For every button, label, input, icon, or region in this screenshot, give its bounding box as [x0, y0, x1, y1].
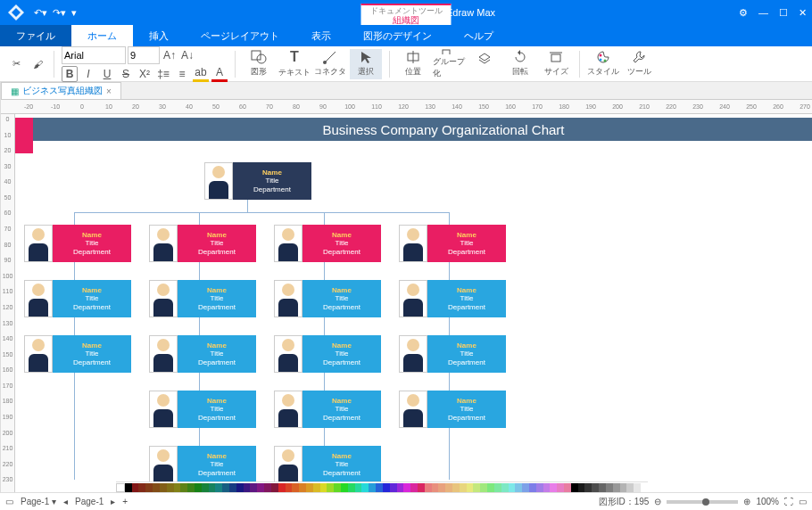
group-button[interactable]: グループ化: [433, 49, 465, 79]
chart-title-text: Business Company Organizational Chart: [323, 122, 565, 137]
zoom-slider[interactable]: [667, 500, 738, 504]
status-bar: ▭ Page-1 ▾ ◂ Page-1 ▸ + 図形ID：195 ⊖ ⊕ 100…: [0, 492, 812, 510]
layers-button[interactable]: [468, 49, 501, 79]
org-node[interactable]: NameTitleDepartment: [274, 335, 381, 373]
org-dept: Department: [323, 414, 360, 423]
drawing-canvas[interactable]: Business Company Organizational Chart Na…: [15, 114, 812, 492]
org-dept: Department: [198, 414, 236, 423]
org-node[interactable]: NameTitleDepartment: [149, 391, 256, 428]
org-title: Title: [211, 460, 224, 469]
contextual-tab-title: ドキュメントツール: [370, 7, 443, 16]
org-name: Name: [82, 286, 102, 295]
prev-page-icon[interactable]: ◂: [63, 497, 68, 506]
document-tab-bar: ▦ビジネス写真組織図×: [1, 82, 812, 100]
close-icon[interactable]: ✕: [799, 7, 807, 19]
org-node[interactable]: NameTitleDepartment: [274, 225, 381, 262]
org-node[interactable]: NameTitleDepartment: [24, 335, 131, 373]
underline-button[interactable]: U: [99, 66, 115, 82]
menu-bar: ファイル ホーム 挿入 ページレイアウト 表示 図形のデザイン ヘルプ: [0, 25, 812, 46]
org-photo: [399, 225, 427, 262]
decrease-font-icon[interactable]: A↓: [179, 47, 195, 63]
tab-help[interactable]: ヘルプ: [448, 25, 510, 46]
page-nav-icon[interactable]: ▭: [5, 497, 13, 506]
org-name: Name: [207, 397, 227, 406]
org-node[interactable]: NameTitleDepartment: [399, 335, 506, 373]
org-node[interactable]: NameTitleDepartment: [149, 225, 256, 262]
superscript-button[interactable]: X²: [137, 66, 153, 82]
zoom-level[interactable]: 100%: [756, 497, 779, 506]
select-button[interactable]: 選択: [350, 49, 382, 79]
tab-insert[interactable]: 挿入: [133, 25, 185, 46]
fullscreen-icon[interactable]: ▭: [799, 497, 807, 506]
tab-shape-design[interactable]: 図形のデザイン: [347, 25, 448, 46]
contextual-tab[interactable]: ドキュメントツール 組織図: [361, 4, 452, 25]
tab-display[interactable]: 表示: [295, 25, 347, 46]
rotate-button[interactable]: 回転: [504, 49, 536, 79]
org-dept: Department: [73, 358, 111, 367]
org-name: Name: [457, 286, 476, 295]
org-node[interactable]: NameTitleDepartment: [149, 446, 256, 483]
org-photo: [149, 280, 178, 317]
style-button[interactable]: スタイル: [587, 49, 619, 79]
color-strip[interactable]: [116, 481, 648, 492]
org-node[interactable]: NameTitleDepartment: [204, 162, 311, 200]
qat-dropdown-icon[interactable]: ▾: [71, 7, 77, 19]
org-node[interactable]: NameTitleDepartment: [274, 280, 381, 317]
font-size-select[interactable]: [128, 46, 160, 64]
org-title: Title: [211, 294, 224, 303]
org-node[interactable]: NameTitleDepartment: [24, 225, 131, 262]
bullets-icon[interactable]: ≡: [174, 66, 190, 82]
font-color-icon[interactable]: A: [211, 66, 228, 82]
org-photo: [274, 446, 302, 483]
org-node[interactable]: NameTitleDepartment: [24, 280, 131, 317]
org-title: Title: [211, 350, 224, 358]
tool-button[interactable]: ツール: [623, 49, 655, 79]
page-tab[interactable]: Page-1: [75, 497, 104, 506]
org-dept: Department: [253, 185, 291, 194]
highlight-icon[interactable]: ab: [193, 66, 209, 82]
tab-home[interactable]: ホーム: [71, 25, 133, 46]
redo-icon[interactable]: ↷▾: [53, 7, 66, 19]
position-button[interactable]: 位置: [397, 49, 429, 79]
document-tab[interactable]: ▦ビジネス写真組織図×: [1, 82, 121, 99]
page-select[interactable]: Page-1 ▾: [21, 497, 56, 506]
italic-button[interactable]: I: [80, 66, 96, 82]
zoom-in-icon[interactable]: ⊕: [743, 497, 750, 506]
minimize-icon[interactable]: —: [758, 7, 768, 18]
org-node[interactable]: NameTitleDepartment: [399, 225, 506, 262]
paintbrush-icon[interactable]: 🖌: [29, 55, 46, 73]
org-node[interactable]: NameTitleDepartment: [149, 335, 256, 373]
settings-icon[interactable]: ⚙: [739, 7, 748, 19]
size-button[interactable]: サイズ: [540, 49, 572, 79]
increase-font-icon[interactable]: A↑: [162, 47, 178, 63]
org-node[interactable]: NameTitleDepartment: [399, 391, 506, 428]
font-name-select[interactable]: [62, 46, 126, 64]
svg-point-10: [604, 60, 607, 62]
cut-icon[interactable]: ✂: [7, 55, 25, 73]
org-node[interactable]: NameTitleDepartment: [274, 391, 381, 428]
shape-button[interactable]: 図形: [243, 49, 275, 79]
tab-file[interactable]: ファイル: [0, 25, 71, 46]
maximize-icon[interactable]: ☐: [779, 7, 788, 19]
org-photo: [24, 225, 53, 262]
next-page-icon[interactable]: ▸: [111, 497, 115, 506]
line-spacing-icon[interactable]: ‡≡: [155, 66, 171, 82]
org-node[interactable]: NameTitleDepartment: [399, 280, 506, 317]
tab-close-icon[interactable]: ×: [106, 86, 112, 96]
undo-icon[interactable]: ↶▾: [34, 7, 47, 19]
text-button[interactable]: Tテキスト: [278, 49, 311, 79]
add-page-icon[interactable]: +: [122, 497, 128, 506]
strike-button[interactable]: S: [118, 66, 134, 82]
contextual-tab-group: ドキュメントツール 組織図: [361, 0, 452, 25]
org-node[interactable]: NameTitleDepartment: [149, 280, 256, 317]
fit-page-icon[interactable]: ⛶: [784, 497, 793, 506]
bold-button[interactable]: B: [62, 66, 78, 82]
org-node[interactable]: NameTitleDepartment: [274, 446, 381, 483]
org-name: Name: [82, 231, 102, 240]
tab-page-layout[interactable]: ページレイアウト: [185, 25, 295, 46]
zoom-out-icon[interactable]: ⊖: [654, 497, 661, 506]
connector-button[interactable]: コネクタ: [314, 49, 346, 79]
org-title: Title: [336, 405, 349, 414]
chart-title-bar[interactable]: Business Company Organizational Chart: [24, 118, 812, 141]
org-name: Name: [457, 231, 476, 240]
